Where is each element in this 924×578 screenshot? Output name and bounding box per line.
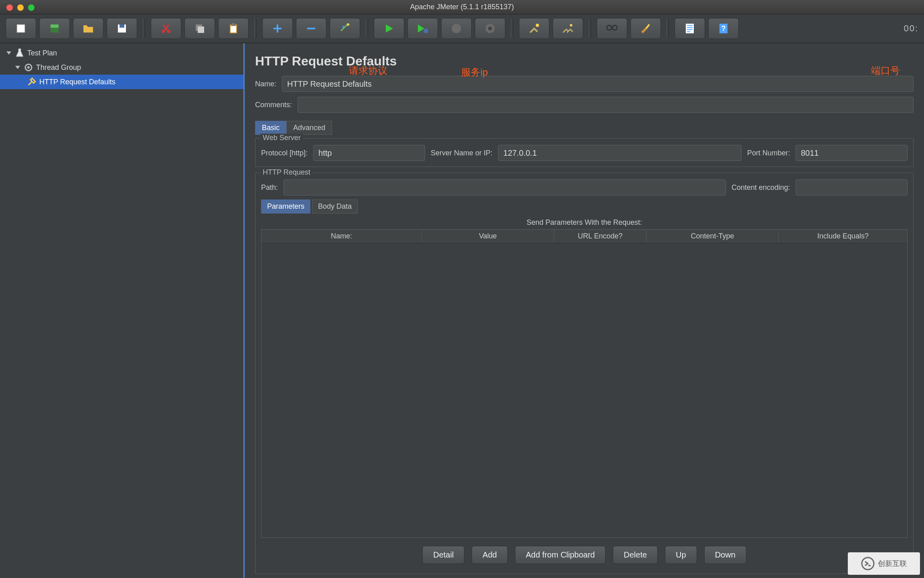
remove-button[interactable] xyxy=(296,18,326,39)
annotation-protocol: 请求协议 xyxy=(349,64,387,77)
window-title: Apache JMeter (5.1.1 r1855137) xyxy=(410,3,514,11)
titlebar: Apache JMeter (5.1.1 r1855137) xyxy=(0,0,924,14)
stop-button[interactable] xyxy=(441,18,472,39)
svg-point-17 xyxy=(607,25,612,30)
comments-row: Comments: xyxy=(255,97,914,113)
svg-rect-11 xyxy=(231,23,235,26)
config-tabs: Basic Advanced xyxy=(255,121,914,135)
shutdown-button[interactable] xyxy=(475,18,505,39)
col-include-equals[interactable]: Include Equals? xyxy=(779,230,907,243)
add-param-button[interactable]: Add xyxy=(472,546,508,564)
tab-parameters[interactable]: Parameters xyxy=(261,199,310,214)
protocol-input[interactable] xyxy=(313,145,425,161)
close-icon[interactable] xyxy=(6,4,13,11)
search-button[interactable] xyxy=(597,18,627,39)
window-controls xyxy=(6,4,34,11)
toolbar-separator xyxy=(667,19,669,38)
tree-node-http-defaults[interactable]: HTTP Request Defaults xyxy=(0,75,243,89)
http-request-fieldset: HTTP Request Path: Content encoding: Par… xyxy=(255,173,914,574)
server-label: Server Name or IP: xyxy=(431,149,492,157)
expand-toggle-icon[interactable] xyxy=(6,51,11,55)
delete-param-button[interactable]: Delete xyxy=(613,546,658,564)
watermark-text: 创新互联 xyxy=(878,559,907,568)
watermark: 创新互联 xyxy=(848,552,920,575)
svg-rect-4 xyxy=(120,24,124,28)
col-value[interactable]: Value xyxy=(422,230,554,243)
down-button[interactable]: Down xyxy=(704,546,746,564)
svg-point-13 xyxy=(424,28,428,33)
paste-button[interactable] xyxy=(218,18,249,39)
start-button[interactable] xyxy=(374,18,404,39)
minimize-icon[interactable] xyxy=(17,4,24,11)
templates-button[interactable] xyxy=(39,18,70,39)
params-header: Send Parameters With the Request: xyxy=(261,218,908,227)
reset-search-button[interactable] xyxy=(630,18,661,39)
svg-point-16 xyxy=(570,24,572,26)
params-tbody[interactable] xyxy=(261,243,907,537)
annotation-port: 端口号 xyxy=(871,64,900,77)
annotation-server: 服务ip xyxy=(461,66,488,79)
maximize-icon[interactable] xyxy=(28,4,34,11)
toggle-button[interactable] xyxy=(330,18,360,39)
param-tabs: Parameters Body Data xyxy=(261,199,908,214)
toolbar-separator xyxy=(143,19,145,38)
svg-point-18 xyxy=(612,25,617,30)
encoding-label: Content encoding: xyxy=(732,183,790,192)
tab-body-data[interactable]: Body Data xyxy=(312,199,358,214)
port-label: Port Number: xyxy=(747,149,790,157)
toolbar: ? 00: xyxy=(0,14,924,43)
svg-rect-8 xyxy=(198,26,204,33)
web-server-legend: Web Server xyxy=(260,134,303,142)
clear-button[interactable] xyxy=(519,18,549,39)
cut-button[interactable] xyxy=(151,18,181,39)
name-row: Name: xyxy=(255,76,914,92)
start-no-timers-button[interactable] xyxy=(407,18,438,39)
elapsed-time: 00: xyxy=(904,23,918,34)
svg-point-12 xyxy=(347,23,349,26)
name-input[interactable] xyxy=(282,76,914,92)
tree-node-thread-group[interactable]: Thread Group xyxy=(0,60,243,75)
name-label: Name: xyxy=(255,80,276,88)
clear-all-button[interactable] xyxy=(553,18,583,39)
tree-label: HTTP Request Defaults xyxy=(39,78,116,86)
encoding-input[interactable] xyxy=(796,179,908,195)
expand-toggle-icon[interactable] xyxy=(15,66,20,69)
tab-advanced[interactable]: Advanced xyxy=(286,121,332,135)
comments-input[interactable] xyxy=(298,97,914,113)
svg-rect-10 xyxy=(231,26,236,33)
col-content-type[interactable]: Content-Type xyxy=(646,230,779,243)
svg-point-14 xyxy=(488,26,492,31)
port-input[interactable] xyxy=(796,145,908,161)
test-plan-tree[interactable]: Test Plan Thread Group HTTP Request Defa… xyxy=(0,43,245,578)
save-button[interactable] xyxy=(107,18,137,39)
params-table[interactable]: Name: Value URL Encode? Content-Type Inc… xyxy=(261,229,908,538)
flask-icon xyxy=(15,49,24,57)
path-label: Path: xyxy=(261,183,278,192)
new-button[interactable] xyxy=(6,18,36,39)
tree-label: Thread Group xyxy=(36,63,81,72)
add-button[interactable] xyxy=(262,18,293,39)
protocol-label: Protocol [http]: xyxy=(261,149,308,157)
svg-rect-2 xyxy=(51,24,59,28)
help-button[interactable]: ? xyxy=(708,18,739,39)
col-name[interactable]: Name: xyxy=(261,230,422,243)
server-input[interactable] xyxy=(498,145,742,161)
up-button[interactable]: Up xyxy=(665,546,697,564)
open-button[interactable] xyxy=(73,18,103,39)
detail-button[interactable]: Detail xyxy=(422,546,464,564)
comments-label: Comments: xyxy=(255,101,292,109)
add-from-clipboard-button[interactable]: Add from Clipboard xyxy=(515,546,606,564)
col-url-encode[interactable]: URL Encode? xyxy=(554,230,646,243)
toolbar-separator xyxy=(366,19,368,38)
gear-icon xyxy=(24,63,33,72)
function-helper-button[interactable] xyxy=(675,18,705,39)
path-input[interactable] xyxy=(284,179,726,195)
config-panel: 请求协议 服务ip 端口号 HTTP Request Defaults Name… xyxy=(245,43,924,578)
tab-basic[interactable]: Basic xyxy=(255,121,286,135)
watermark-icon xyxy=(861,557,875,570)
tree-label: Test Plan xyxy=(27,49,57,57)
tree-node-test-plan[interactable]: Test Plan xyxy=(0,46,243,60)
svg-point-15 xyxy=(536,24,539,27)
copy-button[interactable] xyxy=(184,18,215,39)
toolbar-separator xyxy=(589,19,591,38)
